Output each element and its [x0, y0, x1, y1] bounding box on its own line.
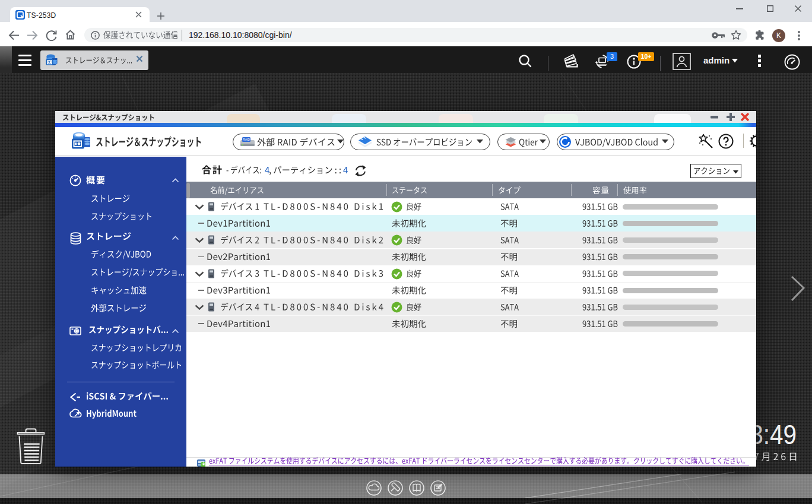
- svg-text:RAID: RAID: [243, 138, 250, 141]
